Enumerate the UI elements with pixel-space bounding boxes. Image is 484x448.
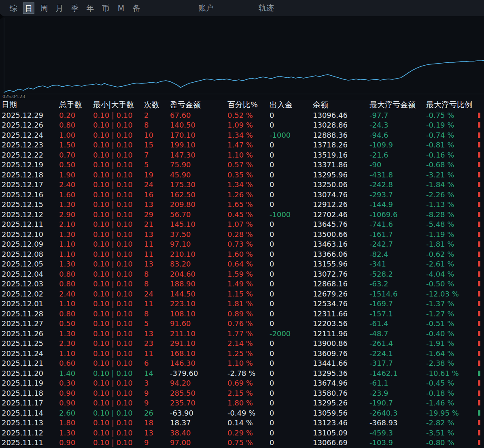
cell-fp: -0.16 %	[424, 151, 477, 159]
table-row[interactable]: 2025.12.112.100.10 | 0.1021145.101.07 %0…	[0, 220, 484, 230]
cell-cash: 0	[267, 180, 310, 189]
cell-bal: 12203.56	[310, 319, 367, 328]
table-row[interactable]: 2025.12.051.300.10 | 0.101383.200.64 %01…	[0, 259, 484, 269]
cell-fp: -0.75 %	[424, 111, 477, 119]
table-row[interactable]: 2025.12.241.000.10 | 0.1010170.101.34 %-…	[0, 130, 484, 140]
table-row[interactable]: 2025.12.172.400.10 | 0.1024175.301.34 %0…	[0, 180, 484, 190]
column-header-7[interactable]: 余额	[310, 100, 367, 110]
menu-轨迹[interactable]: 轨迹	[259, 3, 274, 13]
cell-fa: -341	[367, 260, 424, 268]
table-row[interactable]: 2025.11.252.300.10 | 0.1023291.102.14 %0…	[0, 339, 484, 349]
tab-年[interactable]: 年	[85, 2, 96, 14]
column-header-6[interactable]: 出入金	[267, 100, 310, 110]
chart-timestamp: 025.04.23	[2, 94, 25, 99]
tab-月[interactable]: 月	[54, 2, 65, 14]
cell-fp: -4.04 %	[424, 270, 477, 278]
cell-bal: 13609.76	[310, 349, 367, 358]
cell-lots: 1.80	[57, 418, 91, 427]
cell-mm: 0.10 | 0.10	[91, 160, 142, 169]
table-row[interactable]: 2025.12.260.800.10 | 0.108140.501.09 %01…	[0, 120, 484, 130]
table-row[interactable]: 2025.12.022.400.10 | 0.1024144.501.15 %0…	[0, 289, 484, 299]
table-row[interactable]: 2025.12.091.100.10 | 0.101197.100.73 %01…	[0, 239, 484, 250]
tab-日[interactable]: 日	[23, 2, 34, 14]
cell-mm: 0.10 | 0.10	[91, 290, 142, 298]
table-row[interactable]: 2025.12.040.800.10 | 0.108204.601.59 %01…	[0, 269, 484, 279]
tab-周[interactable]: 周	[38, 2, 50, 14]
cell-mm: 0.10 | 0.10	[91, 329, 142, 338]
table-row[interactable]: 2025.11.201.400.10 | 0.1014-379.60-2.78 …	[0, 368, 484, 378]
column-header-0[interactable]: 日期	[0, 100, 57, 110]
table-row[interactable]: 2025.12.231.500.10 | 0.1015199.101.47 %0…	[0, 140, 484, 150]
table-row[interactable]: 2025.12.290.200.10 | 0.10267.600.52 %013…	[0, 110, 484, 120]
column-header-3[interactable]: 次数	[142, 100, 168, 110]
cell-fp: -1.19 %	[424, 230, 477, 239]
cell-fp: -0.74 %	[424, 131, 477, 139]
tab-综[interactable]: 综	[8, 2, 19, 14]
cell-date: 2025.11.11	[0, 438, 57, 447]
table-row[interactable]: 2025.12.081.100.10 | 0.1011210.101.60 %0…	[0, 249, 484, 259]
cell-cash: 0	[267, 171, 310, 179]
cell-pct: 0.52 %	[225, 111, 267, 119]
cell-lots: 0.80	[57, 121, 91, 129]
cell-fa: -317.7	[367, 359, 424, 367]
cell-mm: 0.10 | 0.10	[91, 200, 142, 209]
table-row[interactable]: 2025.12.122.900.10 | 0.102956.700.45 %-1…	[0, 209, 484, 220]
table-row[interactable]: 2025.11.142.600.10 | 0.1026-63.90-0.49 %…	[0, 408, 484, 418]
table-row[interactable]: 2025.12.181.900.10 | 0.101945.900.35 %01…	[0, 170, 484, 180]
cell-pct: 1.34 %	[225, 180, 267, 189]
column-header-8[interactable]: 最大浮亏金额	[367, 100, 424, 110]
table-row[interactable]: 2025.12.101.300.10 | 0.101337.500.28 %01…	[0, 229, 484, 239]
table-row[interactable]: 2025.11.190.300.10 | 0.10394.200.69 %013…	[0, 378, 484, 388]
cell-pct: 0.73 %	[225, 240, 267, 248]
table-row[interactable]: 2025.11.121.300.10 | 0.101338.400.29 %01…	[0, 428, 484, 438]
table-row[interactable]: 2025.12.161.600.10 | 0.1016162.501.26 %0…	[0, 190, 484, 200]
clipped-column	[477, 252, 484, 257]
table-row[interactable]: 2025.11.210.600.10 | 0.106146.301.10 %01…	[0, 358, 484, 369]
menu-账户[interactable]: 账户	[198, 3, 214, 13]
column-header-1[interactable]: 总手数	[57, 100, 91, 110]
clipped-column	[477, 410, 484, 416]
cell-date: 2025.11.28	[0, 309, 57, 318]
column-header-5[interactable]: 百分比%	[225, 100, 267, 110]
equity-chart-area[interactable]: 025.04.23	[0, 16, 484, 100]
table-row[interactable]: 2025.11.170.900.10 | 0.109235.701.80 %01…	[0, 398, 484, 408]
table-row[interactable]: 2025.11.280.800.10 | 0.108108.100.89 %01…	[0, 309, 484, 319]
table-row[interactable]: 2025.11.261.300.10 | 0.1013211.101.77 %-…	[0, 329, 484, 339]
cell-cash: -1000	[267, 210, 310, 219]
cell-bal: 13674.96	[310, 379, 367, 387]
cell-fp: -12.03 %	[424, 290, 477, 298]
tab-币[interactable]: 币	[100, 2, 111, 14]
table-row[interactable]: 2025.11.270.500.10 | 0.10591.600.76 %012…	[0, 319, 484, 329]
tab-季[interactable]: 季	[69, 2, 81, 14]
cell-cash: 0	[267, 290, 310, 298]
table-row[interactable]: 2025.12.220.700.10 | 0.107147.301.10 %01…	[0, 150, 484, 160]
column-header-9[interactable]: 最大浮亏比例	[424, 100, 477, 110]
table-row[interactable]: 2025.11.131.800.10 | 0.101818.370.14 %01…	[0, 418, 484, 428]
cell-n: 13	[142, 230, 168, 239]
table-row[interactable]: 2025.11.241.100.10 | 0.1011168.101.25 %0…	[0, 348, 484, 358]
table-row[interactable]: 2025.11.110.900.10 | 0.10997.000.75 %013…	[0, 438, 484, 448]
table-row[interactable]: 2025.12.151.300.10 | 0.1013209.801.65 %0…	[0, 200, 484, 210]
cell-lots: 0.50	[57, 319, 91, 328]
cell-fa: -157.1	[367, 309, 424, 318]
column-header-2[interactable]: 最小|大手数	[91, 100, 142, 110]
cell-date: 2025.11.19	[0, 379, 57, 387]
column-header-4[interactable]: 盈亏金额	[168, 100, 225, 110]
tab-M[interactable]: M	[115, 2, 127, 14]
cell-lots: 1.30	[57, 260, 91, 268]
table-row[interactable]: 2025.12.030.800.10 | 0.108188.901.49 %01…	[0, 279, 484, 289]
cell-date: 2025.12.22	[0, 151, 57, 159]
cell-bal: 13123.46	[310, 418, 367, 427]
table-row[interactable]: 2025.12.011.100.10 | 0.1011223.101.81 %0…	[0, 299, 484, 309]
cell-pct: 0.35 %	[225, 171, 267, 179]
tab-备[interactable]: 备	[131, 2, 142, 14]
cell-fa: -23.9	[367, 389, 424, 397]
table-row[interactable]: 2025.12.190.500.10 | 0.10575.900.57 %013…	[0, 160, 484, 170]
cell-bal: 13500.66	[310, 230, 367, 239]
cell-fa: -90	[367, 160, 424, 169]
cell-mm: 0.10 | 0.10	[91, 379, 142, 387]
cell-pnl: 83.20	[168, 260, 225, 268]
cell-fp: -0.68 %	[424, 160, 477, 169]
table-row[interactable]: 2025.11.180.900.10 | 0.109285.502.15 %01…	[0, 388, 484, 398]
cell-pnl: 204.60	[168, 270, 225, 278]
